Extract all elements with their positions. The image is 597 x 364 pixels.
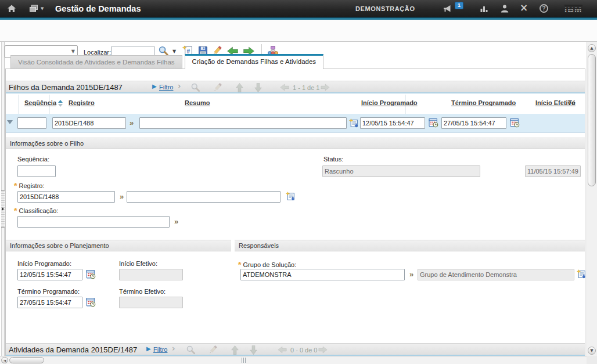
column-header-sequencia[interactable]: Seqüência [24, 99, 56, 106]
grupo-solucao-input[interactable] [240, 269, 405, 280]
horizontal-splitter-grip[interactable] [242, 358, 247, 363]
status-datetime-field [525, 165, 581, 177]
termino-programado-input[interactable] [17, 297, 82, 308]
splitter-grip[interactable] [1, 190, 5, 228]
application-window: ▼ Gestão de Demandas DEMONSTRAÇÃO 1 × ? … [0, 0, 597, 364]
column-header-inicio-programado[interactable]: Início Programado [361, 99, 418, 106]
inicio-efetivo-field [119, 269, 183, 280]
inicio-programado-input[interactable] [17, 269, 82, 280]
sort-asc-icon [58, 100, 63, 103]
filhos-expand-chevron-icon[interactable]: › [178, 81, 181, 91]
sequencia-label: Seqüência: [17, 156, 49, 163]
filhos-next-page-icon [321, 84, 330, 91]
grupo-solucao-chooser[interactable]: » [409, 270, 413, 279]
termino-efetivo-label: Término Efetivo: [119, 288, 166, 295]
filhos-pagination: 1 - 1 de 1 [293, 84, 319, 91]
row-inicio-programado-input[interactable] [360, 117, 425, 129]
tab-criacao-demandas[interactable]: Criação de Demandas Filhas e Atividades [185, 54, 324, 69]
reports-chart-icon[interactable] [480, 5, 489, 13]
combobox-caret-icon[interactable]: ▼ [71, 49, 75, 54]
filhos-filtro-link[interactable]: Filtro [159, 84, 173, 91]
close-icon[interactable]: × [520, 2, 528, 13]
filhos-search-disabled-icon [190, 82, 200, 92]
registro-label-text: Registro: [19, 182, 44, 189]
scroll-down-button[interactable]: ▼ [588, 347, 596, 355]
windows-menu-caret-icon[interactable]: ▼ [41, 6, 44, 11]
row-inicio-calendar-icon[interactable] [429, 118, 438, 128]
filhos-prev-page-icon [280, 84, 289, 91]
row-resumo-input[interactable] [139, 117, 347, 129]
sort-desc-icon [58, 104, 63, 107]
splitter-arrow-icon [2, 207, 4, 211]
atividades-move-up-disabled-icon [231, 345, 239, 355]
horizontal-scrollbar-track[interactable] [0, 356, 587, 364]
registro-notes-icon[interactable] [286, 192, 296, 201]
horizontal-scrollbar-thumb[interactable] [9, 357, 44, 363]
registro-input[interactable] [17, 191, 115, 203]
inicio-programado-calendar-icon[interactable] [86, 269, 96, 279]
scroll-up-button[interactable]: ▲ [588, 44, 596, 52]
windows-menu-icon[interactable] [29, 5, 38, 13]
status-field [322, 165, 480, 177]
classificacao-input[interactable] [17, 216, 170, 228]
row-sequencia-input[interactable] [17, 117, 46, 129]
environment-label: DEMONSTRAÇÃO [355, 5, 415, 12]
announcements-icon[interactable] [443, 5, 452, 13]
termino-programado-calendar-icon[interactable] [86, 297, 96, 307]
responsaveis-section-bar: Responsáveis [235, 240, 585, 251]
filhos-filter-play-icon[interactable]: ▶ [152, 83, 157, 89]
inicio-programado-label: Início Programado: [17, 260, 71, 267]
search-options-caret-icon[interactable]: ▼ [172, 49, 176, 54]
row-resumo-notes-icon[interactable] [349, 118, 359, 128]
column-header-termino-programado[interactable]: Término Programado [451, 99, 516, 106]
info-filho-section-bar: Informações sobre o Filho [6, 138, 585, 149]
atividades-filter-play-icon[interactable]: ▶ [146, 345, 151, 352]
grupo-solucao-notes-icon[interactable] [577, 269, 587, 279]
row-termino-programado-input[interactable] [441, 117, 506, 129]
atividades-move-down-disabled-icon [250, 345, 258, 355]
registro-descricao-input[interactable] [127, 191, 280, 203]
scroll-left-icon: ◄ [3, 358, 6, 362]
atividades-next-page-icon [318, 346, 328, 354]
row-termino-calendar-icon[interactable] [510, 118, 520, 128]
sequencia-input[interactable] [17, 165, 56, 177]
grupo-solucao-label: *Grupo de Solução: [238, 260, 296, 269]
scroll-up-icon: ▲ [590, 46, 593, 51]
grupo-solucao-descricao-field [418, 269, 574, 280]
top-bar: ▼ Gestão de Demandas DEMONSTRAÇÃO 1 × ? … [0, 0, 597, 17]
column-header-registro[interactable]: Registro [69, 99, 95, 106]
help-icon[interactable]: ? [540, 4, 548, 13]
registro-chooser[interactable]: » [120, 192, 123, 201]
tab-visao-consolidada[interactable]: Visão Consolidada de Atividades e Demand… [10, 55, 182, 69]
status-label: Status: [323, 156, 343, 163]
atividades-pagination: 0 - 0 de 0 [290, 347, 317, 354]
row-registro-chooser[interactable]: » [130, 118, 133, 127]
planejamento-section-bar: Informações sobre o Planejamento [6, 240, 231, 251]
app-title: Gestão de Demandas [55, 4, 141, 13]
vertical-scrollbar-thumb[interactable] [588, 54, 596, 186]
column-header-termino-efetivo[interactable]: Té [568, 99, 576, 106]
atividades-search-disabled-icon [186, 345, 196, 355]
tab-content-panel [5, 69, 585, 356]
classificacao-label: *Classificação: [14, 206, 58, 215]
filhos-move-up-disabled-icon [236, 83, 244, 93]
required-icon: * [238, 260, 241, 269]
atividades-filtro-link[interactable]: Filtro [153, 346, 167, 353]
column-header-resumo[interactable]: Resumo [185, 99, 210, 106]
inicio-efetivo-label: Início Efetivo: [119, 260, 157, 267]
notification-badge: 1 [455, 2, 463, 9]
grupo-solucao-label-text: Grupo de Solução: [243, 261, 296, 268]
row-registro-input[interactable] [52, 117, 126, 129]
classificacao-chooser[interactable]: » [174, 217, 178, 226]
home-icon[interactable] [7, 4, 16, 13]
atividades-edit-disabled-icon [208, 345, 218, 355]
scroll-left-button[interactable]: ◄ [1, 357, 8, 363]
tab-strip: Visão Consolidada de Atividades e Demand… [10, 54, 323, 69]
row-expander-icon[interactable] [7, 120, 13, 124]
required-icon: * [14, 206, 17, 215]
main-toolbar: ▼ Localizar: ▼ [0, 20, 597, 42]
filhos-section-title: Filhos da Demanda 2015DE/1487 [9, 83, 123, 92]
user-profile-icon[interactable] [500, 5, 509, 13]
termino-efetivo-field [119, 297, 183, 308]
atividades-expand-chevron-icon[interactable]: › [172, 344, 175, 353]
